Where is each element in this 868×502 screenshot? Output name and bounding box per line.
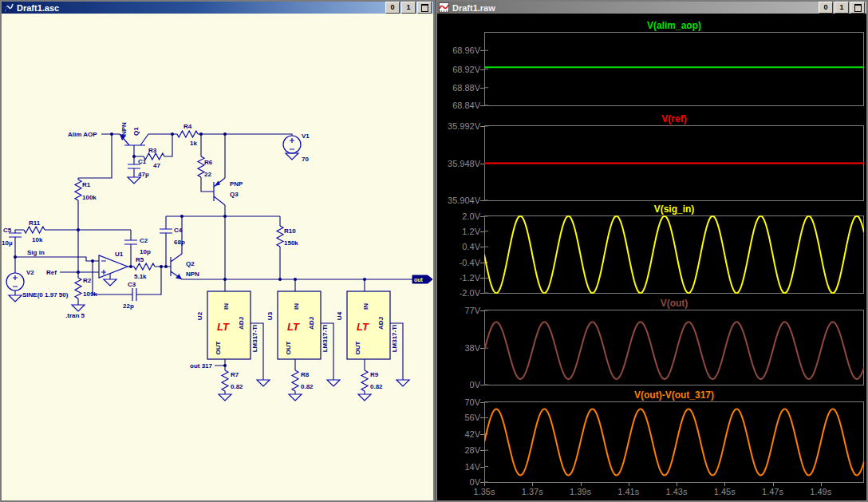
- maximize-button[interactable]: [850, 2, 865, 14]
- c4-ref-label: C4: [174, 227, 183, 234]
- resistor-R4-body[interactable]: [177, 131, 198, 137]
- x-tick-mark: [773, 483, 774, 486]
- schematic-canvas[interactable]: NPN Q1 Q2 NPN PNP Q3: [2, 14, 433, 500]
- r2-ref-label: R2: [83, 277, 92, 284]
- resistor-R5-body[interactable]: [134, 263, 155, 270]
- waveform-plot-area[interactable]: V(alim_aop)68.96V68.92V68.88V68.84VV(ref…: [437, 14, 866, 500]
- r6-ref-label: R6: [204, 159, 213, 166]
- minimize-button[interactable]: 0: [819, 2, 833, 14]
- opamp-U1[interactable]: U1: [99, 251, 128, 278]
- schematic-canvas-area: NPN Q1 Q2 NPN PNP Q3: [2, 14, 433, 500]
- lt-logo-icon: LT: [217, 321, 230, 333]
- v2-value-label: SINE(0 1.97 50): [22, 291, 69, 298]
- y-tick-label: -2.0V: [437, 288, 480, 298]
- resistor-R6-body[interactable]: [198, 156, 204, 177]
- net-label-out-317[interactable]: out 317: [190, 362, 213, 370]
- c2-value-label: 10p: [140, 248, 151, 255]
- trace: [484, 216, 864, 294]
- x-tick-mark: [532, 483, 533, 486]
- resistor-R8-body[interactable]: [292, 370, 298, 391]
- plot-pane[interactable]: [484, 215, 864, 294]
- net-label-alim-aop[interactable]: Alim AOP: [68, 131, 97, 138]
- waveform-titlebar[interactable]: Draft1.raw 0 1: [437, 2, 866, 14]
- schematic-titlebar[interactable]: Draft1.asc 0 1: [2, 2, 433, 14]
- x-tick-label: 1.37s: [515, 487, 550, 496]
- resistor-R11-body[interactable]: [24, 227, 45, 233]
- resistor-R1-body[interactable]: [75, 180, 81, 200]
- y-tick-mark: [480, 164, 484, 164]
- y-tick-mark: [480, 263, 484, 263]
- minimize-button[interactable]: 0: [385, 2, 400, 14]
- resistor-R9-body[interactable]: [361, 370, 368, 391]
- x-tick-label: 1.39s: [563, 487, 598, 496]
- plot-pane[interactable]: [484, 125, 864, 201]
- r1-value-label: 100k: [82, 194, 97, 201]
- maximize-button[interactable]: [417, 2, 432, 14]
- x-tick-label: 1.45s: [707, 487, 742, 496]
- y-tick-mark: [480, 385, 484, 385]
- y-tick-label: 68.96V: [437, 45, 480, 55]
- transistor-Q3[interactable]: PNP Q3: [214, 178, 243, 205]
- r8-value-label: 0.82: [301, 383, 314, 390]
- plot-pane[interactable]: [484, 310, 864, 385]
- u2-ref-label: U2: [196, 311, 203, 320]
- net-label-ref[interactable]: Ref: [46, 269, 57, 276]
- u3-pin-out: OUT: [285, 341, 292, 354]
- resistor-R10-body[interactable]: [277, 226, 283, 247]
- x-tick-label: 1.43s: [659, 487, 694, 496]
- transistor-Q1[interactable]: NPN Q1: [120, 122, 148, 145]
- r3-value-label: 47: [153, 162, 160, 169]
- plot-pane[interactable]: [484, 401, 864, 483]
- voltage-source-V2[interactable]: V2 SINE(0 1.97 50): [6, 269, 69, 298]
- y-tick-mark: [480, 50, 484, 51]
- y-tick-mark: [480, 348, 484, 349]
- restore-button[interactable]: 1: [834, 2, 849, 14]
- resistor-R7-body[interactable]: [222, 370, 228, 391]
- v2-ref-label: V2: [26, 269, 34, 276]
- x-tick-mark: [677, 483, 677, 486]
- y-tick-label: -0.4V: [437, 258, 480, 267]
- x-tick-mark: [821, 483, 822, 486]
- y-tick-label: 42V: [437, 429, 480, 439]
- r4-ref-label: R4: [183, 123, 192, 130]
- u4-model-label: LM317-TI: [391, 325, 398, 353]
- regulator-U3[interactable]: IN OUT ADJ U3 LM317-TI LT: [266, 291, 329, 359]
- spice-directive[interactable]: .tran 5: [65, 312, 85, 319]
- out-port-flag[interactable]: out: [412, 275, 432, 283]
- regulator-U4[interactable]: IN OUT ADJ U4 LM317-TI LT: [336, 291, 398, 359]
- capacitor-C3-body[interactable]: [132, 288, 136, 301]
- plot-title: V(alim_aop): [484, 20, 864, 31]
- resistor-R2-body[interactable]: [75, 278, 81, 298]
- net-label-sig-in[interactable]: Sig in: [27, 249, 45, 256]
- c5-ref-label: C5: [3, 227, 12, 234]
- resistor-R3-body[interactable]: [144, 153, 164, 160]
- r10-ref-label: R10: [284, 227, 296, 235]
- y-tick-mark: [480, 402, 484, 403]
- capacitor-C2-body[interactable]: [124, 240, 137, 244]
- regulator-U2[interactable]: IN OUT ADJ U2 LM317-TI LT: [196, 291, 258, 359]
- capacitor-C4-body[interactable]: [160, 229, 172, 233]
- restore-button[interactable]: 1: [401, 2, 416, 14]
- v1-ref-label: V1: [302, 132, 310, 140]
- ground-icon: [358, 394, 371, 401]
- plot-pane[interactable]: [484, 32, 864, 106]
- y-tick-label: 68.88V: [437, 83, 480, 93]
- q1-ref-label: Q1: [132, 127, 140, 136]
- voltage-source-V1[interactable]: V1 70: [283, 132, 310, 163]
- out-port-label: out: [414, 277, 424, 283]
- lt-logo-icon: LT: [287, 321, 300, 333]
- transistor-Q2[interactable]: Q2 NPN: [171, 254, 199, 279]
- r10-value-label: 150k: [284, 239, 298, 247]
- schematic-doc-icon: [3, 2, 14, 13]
- u2-pin-adj: ADJ: [238, 317, 245, 330]
- y-tick-mark: [480, 105, 484, 106]
- ground-icon: [104, 279, 116, 286]
- y-tick-mark: [480, 450, 484, 451]
- u3-pin-in: IN: [293, 303, 300, 310]
- y-tick-label: 1.2V: [437, 227, 480, 236]
- y-tick-mark: [480, 310, 484, 311]
- q2-type-label: NPN: [186, 271, 199, 278]
- x-tick-label: 1.49s: [803, 487, 838, 496]
- y-tick-mark: [480, 293, 484, 294]
- x-tick-label: 1.35s: [467, 487, 502, 496]
